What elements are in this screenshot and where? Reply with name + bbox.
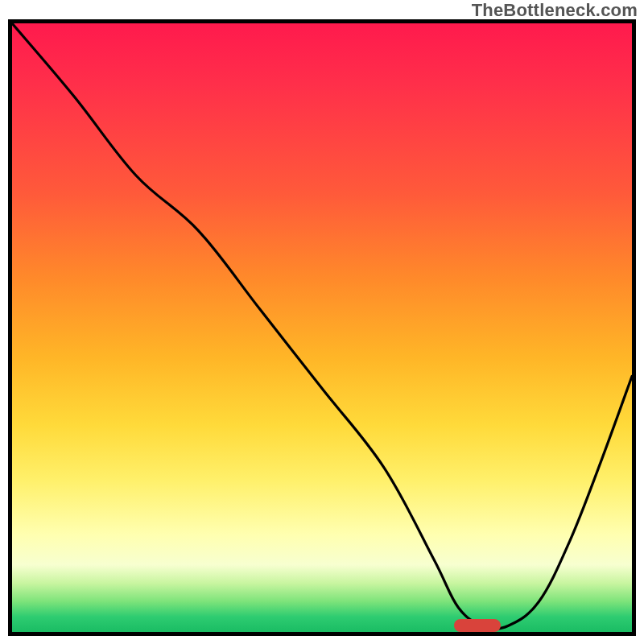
watermark-text: TheBottleneck.com xyxy=(472,0,638,21)
gradient-background xyxy=(12,23,632,632)
chart-container: TheBottleneck.com xyxy=(0,0,644,644)
plot-frame xyxy=(8,19,636,636)
optimal-region-marker xyxy=(454,619,501,632)
